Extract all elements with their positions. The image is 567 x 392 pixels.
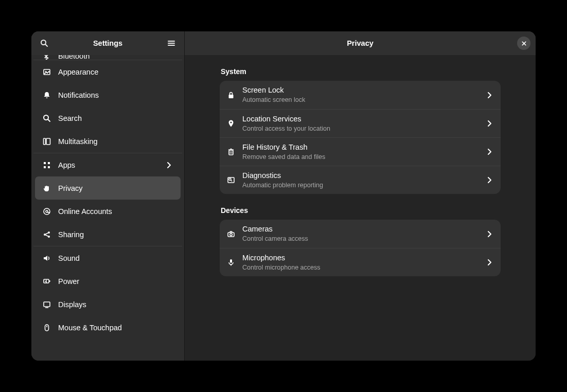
camera-icon (227, 230, 235, 238)
sidebar-item-mouse-touchpad[interactable]: Mouse & Touchpad (35, 316, 181, 339)
mouse-icon (43, 324, 51, 332)
row-group: Screen Lock Automatic screen lock Locati… (220, 81, 501, 194)
power-icon (43, 277, 51, 286)
sidebar-item-label: Notifications (58, 91, 173, 99)
at-icon (43, 207, 51, 216)
grid-icon (43, 161, 51, 169)
section-system: System Screen Lock Automatic screen lock (220, 67, 501, 194)
sidebar-title: Settings (52, 39, 164, 47)
sidebar-item-online-accounts[interactable]: Online Accounts (35, 200, 181, 223)
display-icon (43, 300, 51, 309)
row-title: Screen Lock (242, 85, 485, 95)
sidebar-item-apps[interactable]: Apps (35, 153, 181, 176)
row-title: Location Services (242, 114, 485, 124)
sidebar: Settings Bluetooth Appearance Notificati… (31, 31, 185, 361)
section-devices: Devices Cameras Control camera access (220, 206, 501, 276)
chevron-right-icon (485, 148, 493, 156)
sidebar-item-privacy[interactable]: Privacy (35, 176, 181, 200)
sidebar-item-label: Privacy (58, 184, 173, 192)
row-subtitle: Automatic screen lock (242, 96, 485, 104)
search-icon (40, 39, 48, 47)
search-button[interactable] (37, 35, 52, 51)
sidebar-item-label: Online Accounts (58, 207, 173, 216)
row-file-history-trash[interactable]: File History & Trash Remove saved data a… (220, 137, 501, 166)
sidebar-item-label: Power (58, 277, 173, 286)
sidebar-item-label: Displays (58, 300, 173, 309)
main-panel: Privacy System Screen Lock Automatic scr… (185, 31, 536, 361)
chevron-right-icon (485, 230, 493, 238)
sidebar-item-power[interactable]: Power (35, 270, 181, 293)
chevron-right-icon (485, 176, 493, 184)
hamburger-icon (167, 39, 175, 47)
chevron-right-icon (485, 119, 493, 128)
search-icon (43, 114, 51, 122)
bluetooth-icon (43, 55, 51, 60)
sidebar-item-label: Appearance (58, 68, 173, 76)
sidebar-item-label: Multitasking (58, 137, 173, 146)
sidebar-item-sharing[interactable]: Sharing (35, 223, 181, 246)
location-icon (227, 119, 235, 128)
section-title: Devices (220, 206, 501, 215)
sidebar-item-label: Sharing (58, 230, 173, 239)
sidebar-item-multitasking[interactable]: Multitasking (35, 130, 181, 153)
lock-icon (227, 91, 235, 99)
sidebar-item-search[interactable]: Search (35, 106, 181, 130)
row-diagnostics[interactable]: Diagnostics Automatic problem reporting (220, 166, 501, 194)
sidebar-item-label: Apps (58, 161, 165, 169)
row-screen-lock[interactable]: Screen Lock Automatic screen lock (220, 81, 501, 109)
close-icon (521, 40, 527, 47)
close-button[interactable] (517, 37, 530, 50)
row-subtitle: Control access to your location (242, 124, 485, 133)
sidebar-header: Settings (31, 31, 184, 55)
chevron-right-icon (485, 258, 493, 266)
row-subtitle: Automatic problem reporting (242, 181, 485, 189)
microphone-icon (227, 258, 235, 266)
sidebar-item-notifications[interactable]: Notifications (35, 83, 181, 106)
sidebar-item-displays[interactable]: Displays (35, 293, 181, 316)
row-title: Diagnostics (242, 171, 485, 181)
sidebar-list: Bluetooth Appearance Notifications Searc… (31, 55, 184, 361)
menu-button[interactable] (164, 35, 179, 51)
appearance-icon (43, 68, 51, 76)
main-content: System Screen Lock Automatic screen lock (185, 55, 536, 361)
main-header: Privacy (185, 31, 536, 55)
share-icon (43, 230, 51, 239)
row-microphones[interactable]: Microphones Control microphone access (220, 248, 501, 276)
trash-icon (227, 148, 235, 156)
chevron-right-icon (485, 91, 493, 99)
settings-window: Settings Bluetooth Appearance Notificati… (31, 31, 536, 361)
multitasking-icon (43, 137, 51, 146)
row-group: Cameras Control camera access Microphone… (220, 220, 501, 276)
chevron-right-icon (165, 161, 173, 169)
row-subtitle: Control microphone access (242, 263, 485, 272)
sidebar-item-label: Mouse & Touchpad (58, 324, 173, 332)
sidebar-item-label: Sound (58, 254, 173, 262)
sidebar-item-label: Bluetooth (58, 55, 90, 60)
row-title: Microphones (242, 253, 485, 263)
row-title: File History & Trash (242, 142, 485, 152)
row-subtitle: Control camera access (242, 235, 485, 243)
hand-icon (43, 184, 51, 192)
page-title: Privacy (203, 39, 517, 47)
row-location-services[interactable]: Location Services Control access to your… (220, 109, 501, 137)
sidebar-item-sound[interactable]: Sound (35, 246, 181, 270)
row-subtitle: Remove saved data and files (242, 153, 485, 161)
bell-icon (43, 91, 51, 99)
row-cameras[interactable]: Cameras Control camera access (220, 220, 501, 248)
diagnostics-icon (227, 176, 235, 184)
sidebar-item-bluetooth[interactable]: Bluetooth (35, 55, 181, 60)
sound-icon (43, 254, 51, 262)
section-title: System (220, 67, 501, 76)
sidebar-item-appearance[interactable]: Appearance (35, 60, 181, 83)
row-title: Cameras (242, 224, 485, 234)
sidebar-item-label: Search (58, 114, 173, 122)
